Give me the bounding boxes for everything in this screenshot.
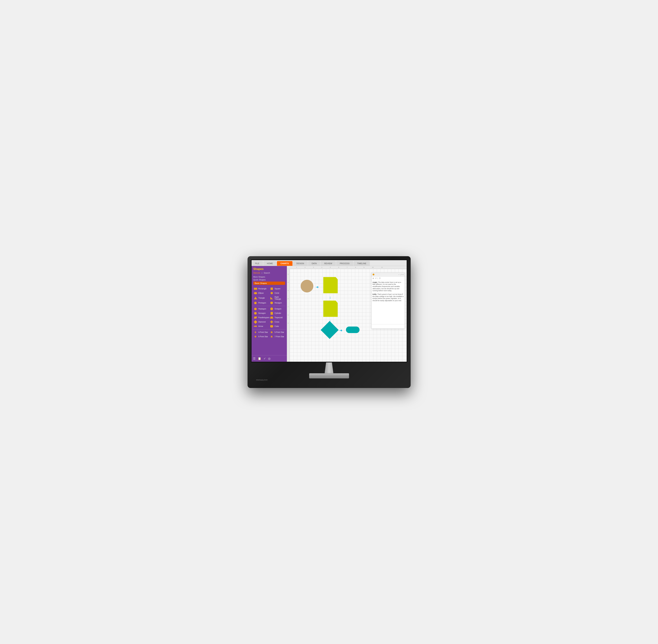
shape-star7[interactable]: 7-Point Star [269,335,285,339]
nav-more-shapes[interactable]: More Shapes [253,275,285,278]
star4-icon [254,331,257,334]
shape-diamond[interactable]: Diamond [253,320,269,324]
chat-icon-4[interactable]: ☰ [379,277,380,279]
beige-circle-shape[interactable] [301,280,313,293]
star6-label: 6-Point Star [258,336,268,338]
shape-cylinder[interactable]: Cylinder [269,312,285,315]
cylinder-label: Cylinder [275,312,281,314]
bottom-icon-clipboard[interactable]: 📋 [258,357,261,360]
sidebar-bottom: ☰ 📋 ✓ ◎ [252,355,287,362]
ellipse-icon [254,292,257,294]
search-link[interactable]: Search [264,272,270,274]
star5-icon [270,331,273,334]
shape-right-triangle[interactable]: Right Triangle [269,296,285,300]
tab-charts[interactable]: CHARTS [277,261,292,266]
tab-process[interactable]: PROCESS [336,261,353,266]
shape-heptagon[interactable]: Heptagon [253,307,269,311]
screen: FILE HOME CHARTS DESIGN DATA R [252,260,407,362]
shape-row-9: Arrow Cube [253,325,285,328]
shape-row-1: Rectangle Square [253,287,285,291]
shape-cube[interactable]: Cube [269,325,285,328]
yellow-rect-shape-1[interactable] [323,277,338,293]
chat-sender-1: Angie: [373,281,378,283]
chat-text-2: That's great to hear! Let me know if the… [373,293,404,301]
nav-basic-shapes[interactable]: Basic Shapes [253,281,285,285]
nav-quick-shapes[interactable]: Quick Shapes [253,278,285,281]
trapezoid-label: Trapezoid [275,317,283,319]
ruler-marks-vertical: 3 4 5 6 7 8 9 [288,270,288,324]
chat-dot [373,274,374,275]
stand-neck [322,363,336,373]
shape-parallelogram[interactable]: Parallelogram [253,316,269,319]
canvas-ruler-top: 1 2 3 4 5 6 7 8 9 10 11 [287,266,407,269]
canvas-body: 3 4 5 6 7 8 9 [287,269,407,362]
chat-icon-3[interactable]: | [378,277,378,279]
chat-icon-1[interactable]: ⊞ [373,277,374,279]
shape-trapezoid[interactable]: Trapezoid [269,316,285,319]
stencils-link[interactable]: Stencils [253,272,260,274]
shape-row-2: Ellipse Circle [253,291,285,295]
tab-timeline[interactable]: TIMELINE [354,261,370,266]
shape-octagon[interactable]: Octagon [269,307,285,311]
shape-circle[interactable]: Circle [269,291,285,295]
chat-messages: Angie: The data center here is set up a … [372,280,405,324]
chat-sender-2: Kelly: [373,293,377,295]
sidebar-search-row: Stencils | Search [252,271,287,275]
shape-star6[interactable]: 6-Point Star [253,335,269,339]
bottom-icon-check[interactable]: ✓ [263,357,266,360]
tab-data[interactable]: DATA [308,261,321,266]
divider-1 [253,306,285,306]
tab-review[interactable]: REVIEW [321,261,336,266]
teal-diamond-shape[interactable] [321,321,338,339]
shape-row-8: Diamond Cross [253,320,285,324]
cross-label: Cross [275,321,279,323]
tab-home[interactable]: HOME [263,261,277,266]
shape-pentagon[interactable]: Pentagon [253,301,269,305]
canvas-area[interactable]: 1 2 3 4 5 6 7 8 9 10 11 [287,266,407,362]
rectangle-icon [254,288,257,290]
circle-label: Circle [275,292,279,294]
parallelogram-label: Parallelogram [258,317,269,319]
circle-icon [271,292,273,294]
chat-toolbar: ⊞ ↺ | ☰ [372,277,405,280]
monitor-wrapper: FILE HOME CHARTS DESIGN DATA R [248,256,410,388]
cross-icon [270,321,273,323]
cube-icon [270,325,273,328]
shape-ellipse[interactable]: Ellipse [253,291,269,295]
shape-nonagon[interactable]: Nonagon [253,312,269,315]
chat-icon-2[interactable]: ↺ [375,277,377,279]
right-triangle-icon [271,297,273,299]
chat-panel: − ⤢ × ⊞ ↺ | ☰ [371,273,405,329]
tab-design[interactable]: DESIGN [293,261,308,266]
shape-rectangle[interactable]: Rectangle [253,287,269,291]
star7-icon [270,335,273,338]
shape-cross[interactable]: Cross [269,320,285,324]
tab-file[interactable]: FILE [252,261,263,266]
shape-arrow[interactable]: Arrow [253,325,269,328]
canvas-grid[interactable]: ➜ ↓ ↓ ➜ [290,269,407,362]
arrow-down-shape-1: ↓ [329,295,331,299]
shape-star5[interactable]: 5-Point Star [269,330,285,334]
trapezoid-icon [270,317,273,319]
diamond-label: Diamond [258,321,266,323]
chat-input-area[interactable] [372,324,405,328]
arrow-right-shape-2: ➜ [339,328,343,332]
shape-hexagon[interactable]: Hexagon [269,301,285,305]
sidebar-title: Shapes [253,268,285,271]
star5-label: 5-Point Star [275,331,284,333]
teal-rounded-shape[interactable] [346,326,359,333]
bottom-icon-list[interactable]: ☰ [253,357,256,360]
yellow-rect-shape-2[interactable] [323,301,338,317]
shape-square[interactable]: Square [269,287,285,291]
bottom-icon-target[interactable]: ◎ [268,357,271,360]
shape-star4[interactable]: 4-Point Star [253,330,269,334]
shape-triangle[interactable]: Triangle [253,296,269,300]
chat-close[interactable]: × [402,274,404,276]
chat-minimize[interactable]: − [399,274,400,276]
shape-row-6: Nonagon Cylinder [253,312,285,315]
monitor-label: EliteDisplay E242 [251,379,407,381]
chat-maximize[interactable]: ⤢ [400,274,402,276]
parallelogram-icon [254,317,257,319]
nonagon-label: Nonagon [258,312,266,314]
separator: | [262,272,262,274]
